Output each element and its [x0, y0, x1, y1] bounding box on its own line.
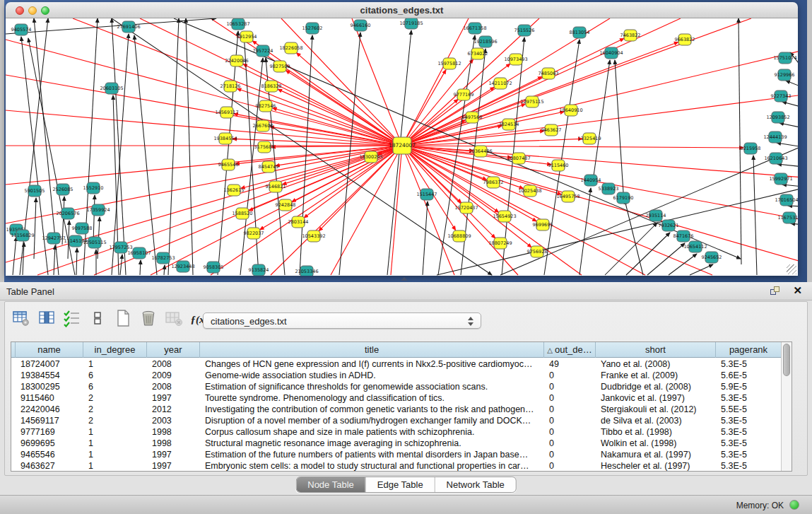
graph-node-label: 19384554	[213, 136, 237, 141]
close-panel-icon[interactable]: ✕	[793, 285, 802, 296]
table-scrollbar-thumb[interactable]	[783, 344, 790, 376]
graph-node-label: 7957224	[253, 48, 273, 54]
node-table-header[interactable]: namein_degreeyeartitle△out_de…shortpager…	[11, 342, 782, 358]
network-window-titlebar[interactable]: citations_edges.txt	[6, 2, 798, 18]
table-cell: Wolkin et al. (1998)	[596, 438, 716, 449]
table-row[interactable]: 946362711997Embryonic stem cells: a mode…	[11, 460, 782, 472]
graph-node-label: 8186328	[261, 83, 282, 89]
column-header-in_degree[interactable]: in_degree	[83, 342, 147, 358]
table-cell: 6	[83, 370, 147, 381]
graph-node-label: 2718126	[220, 83, 241, 89]
graph-node-label: 9827509	[270, 64, 290, 69]
tab-node-table[interactable]: Node Table	[296, 477, 366, 493]
window-title: citations_edges.txt	[6, 5, 798, 16]
column-header-name[interactable]: name	[16, 342, 83, 358]
table-row[interactable]: 1938455462009Genome-wide association stu…	[11, 370, 782, 381]
table-cell: 19384554	[16, 370, 83, 381]
table-cell: 0	[544, 404, 596, 415]
graph-node-label: 20364486	[469, 148, 492, 154]
column-header-out_de[interactable]: △out_de…	[544, 342, 596, 358]
table-cell: 9465546	[16, 449, 83, 460]
graph-node-label: 13325419	[577, 136, 601, 141]
table-select-dropdown[interactable]: citations_edges.txt	[203, 313, 481, 329]
column-header-pagerank[interactable]: pagerank	[716, 342, 782, 358]
table-cell: 14569117	[16, 415, 83, 426]
graph-node-label: 8912954	[237, 34, 257, 40]
graph-node-label: 9699695	[533, 222, 553, 228]
graph-node-label: 10653287	[226, 21, 249, 27]
window-resize-grip[interactable]	[787, 264, 796, 274]
table-cell: 1997	[147, 392, 200, 404]
tab-network-table[interactable]: Network Table	[435, 477, 516, 493]
delete-column-icon[interactable]	[163, 309, 184, 330]
table-cell: 1	[83, 358, 147, 370]
float-panel-icon[interactable]	[770, 286, 781, 297]
graph-node-label: 16210643	[764, 156, 787, 161]
graph-node-label: 16040904	[599, 50, 623, 56]
graph-node-label: 15654923	[493, 214, 516, 219]
network-canvas-svg: 1830029518226058982750981863289827546266…	[6, 18, 798, 276]
graph-node-label: 15975812	[437, 61, 461, 66]
network-window: citations_edges.txt 18300295182260589827…	[6, 2, 798, 276]
graph-node-label: 9405574	[11, 27, 32, 33]
status-bar: Memory: OK	[0, 495, 812, 514]
table-row[interactable]: 911546021997Tourette syndrome. Phenomeno…	[11, 392, 782, 404]
table-row[interactable]: 1830029562008Estimation of significance …	[11, 381, 782, 392]
delete-table-icon[interactable]	[138, 309, 159, 330]
column-header-year[interactable]: year	[147, 342, 200, 358]
table-cell: 2008	[147, 358, 200, 370]
graph-node-label: 18807249	[488, 240, 512, 246]
tab-edge-table[interactable]: Edge Table	[366, 477, 435, 493]
graph-node-label: 18300295	[359, 154, 382, 160]
table-cell: 1997	[147, 449, 200, 460]
panel-splitter-handle[interactable]	[401, 277, 408, 281]
table-row[interactable]: 1872400712008Changes of HCN gene express…	[11, 358, 782, 370]
table-cell: 0	[544, 370, 596, 381]
graph-node-label: 12975115	[520, 99, 543, 105]
table-cell: 5.3E-5	[716, 415, 782, 426]
graph-node-label: 9242848	[276, 202, 296, 208]
table-cell: Tibbo et al. (1998)	[596, 426, 716, 438]
graph-node-label: 12444139	[763, 134, 787, 140]
graph-node-label: 3824534	[499, 122, 519, 127]
table-panel-body: ƒ(x) citations_edges.txt namein_degreeye…	[4, 301, 808, 476]
table-row[interactable]: 1456911722003Disruption of a novel membe…	[11, 415, 782, 426]
table-toolbar: ƒ(x)	[11, 309, 214, 332]
combo-arrows-icon	[468, 316, 474, 327]
graph-node-label: 12942757	[42, 235, 65, 241]
table-settings-icon[interactable]	[11, 309, 32, 330]
graph-node-label: 6497568	[462, 115, 483, 120]
column-header-short[interactable]: short	[596, 342, 716, 358]
graph-node-label: 15992971	[769, 176, 792, 182]
table-cell: Dudbridge et al. (2008)	[596, 381, 716, 392]
sort-ascending-icon: △	[547, 346, 553, 354]
row-height-icon[interactable]	[87, 309, 108, 330]
table-cell: 5.3E-5	[716, 449, 782, 460]
graph-node-label: 2667608	[253, 123, 273, 129]
table-cell: Yano et al. (2008)	[596, 358, 716, 370]
table-cell: 5.3E-5	[716, 392, 782, 404]
table-cell: 22420046	[16, 404, 83, 415]
table-row[interactable]: 977716911998Corpus callosum shape and si…	[11, 426, 782, 438]
new-table-icon[interactable]	[112, 309, 134, 330]
table-cell: 49	[544, 358, 596, 370]
table-cell: Changes of HCN gene expression and I(f) …	[200, 358, 544, 370]
table-cell: 5.3E-5	[716, 358, 782, 370]
graph-node-label: 22420046	[225, 58, 248, 64]
edit-columns-icon[interactable]	[61, 309, 83, 330]
graph-node-label: 2935114	[646, 213, 666, 218]
table-row[interactable]: 969969511998Structural magnetic resonanc…	[11, 438, 782, 449]
graph-node-label: 2526085	[53, 187, 73, 192]
table-type-tabs: Node TableEdge TableNetwork Table	[295, 477, 517, 493]
graph-node-label: 7463822	[620, 33, 641, 38]
column-header-title[interactable]: title	[200, 342, 544, 358]
graph-node-label: 18724007	[389, 142, 416, 148]
table-row[interactable]: 946554611997Estimation of the future num…	[11, 449, 782, 460]
table-cell: Genome-wide association studies in ADHD.	[200, 370, 544, 381]
table-scrollbar[interactable]	[781, 342, 792, 471]
graph-node-label: 10807487	[507, 156, 530, 161]
network-canvas[interactable]: 1830029518226058982750981863289827546266…	[6, 18, 798, 276]
graph-node-label: 3175685	[254, 144, 275, 150]
table-row[interactable]: 2242004622012Investigating the contribut…	[11, 404, 782, 415]
select-column-icon[interactable]	[36, 309, 57, 330]
